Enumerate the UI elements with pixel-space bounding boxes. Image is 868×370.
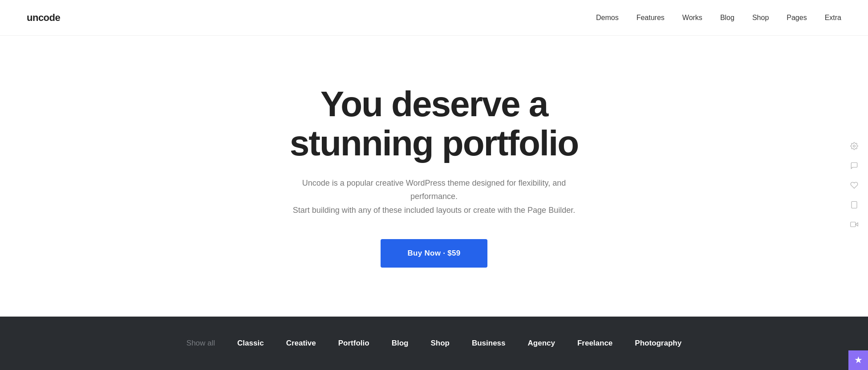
- logo[interactable]: uncode: [27, 12, 60, 24]
- nav-item-pages[interactable]: Pages: [787, 14, 807, 22]
- hero-title: You deserve a stunning portfolio: [290, 85, 578, 163]
- comment-icon[interactable]: [849, 161, 859, 171]
- svg-rect-4: [851, 222, 856, 227]
- svg-rect-1: [852, 201, 857, 208]
- video-icon[interactable]: [849, 220, 859, 229]
- filter-photography[interactable]: Photography: [635, 339, 681, 348]
- filter-shop[interactable]: Shop: [430, 339, 450, 348]
- hero-section: You deserve a stunning portfolio Uncode …: [0, 36, 868, 317]
- hero-subtitle: Uncode is a popular creative WordPress t…: [278, 176, 590, 217]
- svg-point-0: [853, 145, 856, 147]
- filter-blog[interactable]: Blog: [392, 339, 409, 348]
- filter-show-all[interactable]: Show all: [187, 339, 215, 348]
- gear-icon[interactable]: [849, 141, 859, 151]
- main-nav: Demos Features Works Blog Shop Pages Ext…: [596, 14, 841, 22]
- buy-now-button[interactable]: Buy Now · $59: [381, 239, 487, 268]
- bottom-bar: Show all Classic Creative Portfolio Blog…: [0, 317, 868, 370]
- filter-creative[interactable]: Creative: [286, 339, 316, 348]
- filter-agency[interactable]: Agency: [528, 339, 555, 348]
- tablet-icon[interactable]: [849, 200, 859, 210]
- heart-icon[interactable]: [849, 180, 859, 190]
- side-icon-bar: [849, 141, 859, 229]
- header: uncode Demos Features Works Blog Shop Pa…: [0, 0, 868, 36]
- nav-item-extra[interactable]: Extra: [825, 14, 841, 22]
- filter-classic[interactable]: Classic: [237, 339, 264, 348]
- filter-freelance[interactable]: Freelance: [577, 339, 612, 348]
- nav-item-works[interactable]: Works: [682, 14, 702, 22]
- filter-portfolio[interactable]: Portfolio: [338, 339, 369, 348]
- corner-button[interactable]: ★: [848, 350, 868, 370]
- filter-business[interactable]: Business: [472, 339, 506, 348]
- nav-item-blog[interactable]: Blog: [720, 14, 734, 22]
- nav-item-shop[interactable]: Shop: [752, 14, 769, 22]
- svg-marker-3: [856, 223, 858, 226]
- nav-item-features[interactable]: Features: [637, 14, 665, 22]
- nav-item-demos[interactable]: Demos: [596, 14, 619, 22]
